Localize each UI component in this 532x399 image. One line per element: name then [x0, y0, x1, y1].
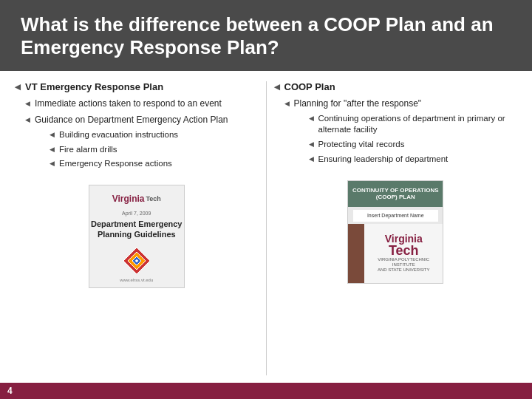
- list-item: Emergency Response actions: [50, 158, 228, 169]
- vt-logo: Virginia Tech: [118, 191, 155, 206]
- coop-vt-subtitle: VIRGINIA POLYTECHNIC INSTITUTEAND STATE …: [367, 257, 440, 273]
- footer-bar: 4: [0, 383, 532, 399]
- right-book-image: CONTINUITY OF OPERATIONS (COOP) PLAN Ins…: [347, 180, 443, 284]
- list-item: Planning for "after the response" Contin…: [284, 98, 518, 168]
- diamond-icon: [122, 246, 151, 276]
- list-item: Protecting vital records: [309, 139, 518, 150]
- coop-sidebar-decoration: [348, 224, 364, 283]
- list-item: Continuing operations of department in p…: [309, 113, 518, 135]
- left-bullet-list: Immediate actions taken to respond to an…: [15, 98, 259, 177]
- sub-bullet-list: Building evacuation instructions Fire al…: [35, 129, 228, 170]
- slide: What is the difference between a COOP Pl…: [0, 0, 532, 399]
- header: What is the difference between a COOP Pl…: [0, 0, 532, 71]
- right-bullet-list: Planning for "after the response" Contin…: [274, 98, 518, 172]
- book-subtitle: April 7, 2009: [122, 211, 151, 216]
- coop-book-top-text: CONTINUITY OF OPERATIONS (COOP) PLAN: [348, 187, 443, 200]
- list-item: Guidance on Department Emergency Action …: [25, 115, 259, 173]
- right-section-title: COOP Plan: [274, 81, 518, 92]
- coop-book-label: Insert Department Name: [353, 210, 438, 222]
- left-column: VT Emergency Response Plan Immediate act…: [7, 81, 266, 375]
- book-footer-text: www.ehss.vt.edu: [120, 278, 153, 282]
- right-sub-bullet-list: Continuing operations of department in p…: [294, 113, 518, 165]
- left-section-title: VT Emergency Response Plan: [15, 81, 259, 92]
- right-column: COOP Plan Planning for "after the respon…: [266, 81, 525, 375]
- left-book-image: Virginia Tech April 7, 2009 Department E…: [89, 185, 185, 288]
- coop-vt-logo: Virginia Tech: [385, 233, 423, 257]
- content-area: VT Emergency Response Plan Immediate act…: [0, 71, 532, 383]
- slide-title: What is the difference between a COOP Pl…: [21, 13, 511, 59]
- list-item: Ensuring leadership of department: [309, 154, 518, 165]
- coop-book-middle: Virginia Tech VIRGINIA POLYTECHNIC INSTI…: [348, 224, 443, 283]
- page-number: 4: [7, 386, 13, 396]
- coop-main-area: Virginia Tech VIRGINIA POLYTECHNIC INSTI…: [364, 224, 443, 283]
- book-main-title: Department EmergencyPlanning Guidelines: [91, 219, 183, 240]
- coop-book-top: CONTINUITY OF OPERATIONS (COOP) PLAN: [348, 181, 443, 207]
- list-item: Immediate actions taken to respond to an…: [25, 98, 259, 110]
- list-item: Fire alarm drills: [50, 144, 228, 155]
- list-item: Building evacuation instructions: [50, 129, 228, 140]
